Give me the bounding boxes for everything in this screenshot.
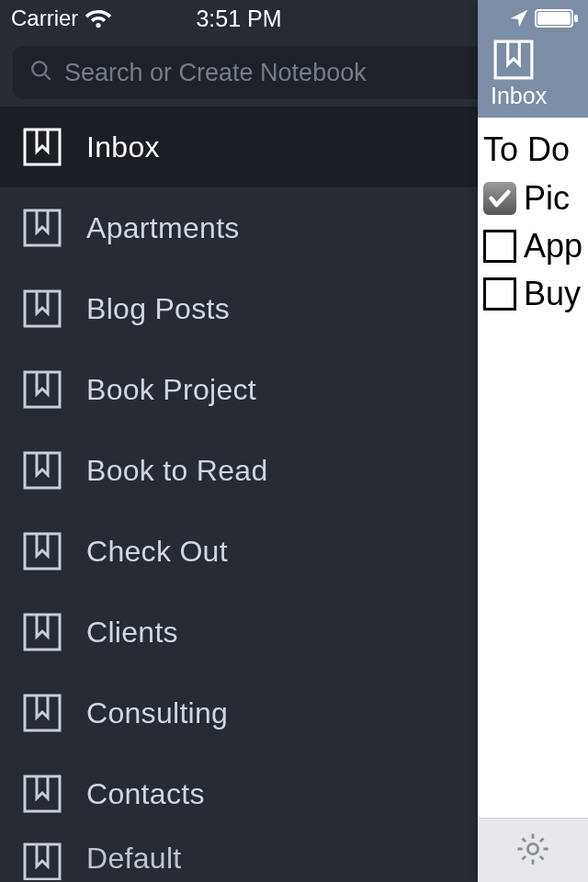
checkbox-checked-icon[interactable] bbox=[483, 182, 516, 215]
todo-item[interactable]: Pic bbox=[483, 175, 588, 222]
todo-item[interactable]: Buy bbox=[483, 270, 588, 318]
todo-text: App bbox=[524, 227, 582, 266]
notebook-icon bbox=[22, 127, 62, 167]
svg-rect-13 bbox=[537, 12, 571, 25]
search-icon bbox=[29, 59, 53, 86]
notebook-icon bbox=[22, 208, 62, 248]
battery-icon bbox=[535, 9, 579, 28]
checkbox-unchecked-icon[interactable] bbox=[483, 230, 516, 263]
notebook-icon bbox=[22, 531, 62, 571]
status-time: 3:51 PM bbox=[0, 6, 478, 32]
todo-item[interactable]: App bbox=[483, 222, 588, 270]
notebook-icon bbox=[22, 774, 62, 814]
todo-text: Buy bbox=[524, 275, 581, 313]
status-right bbox=[478, 0, 588, 37]
notebook-icon bbox=[22, 450, 62, 491]
notebook-icon bbox=[22, 693, 62, 733]
peek-note-preview[interactable]: To Do Pic App Buy bbox=[478, 118, 588, 818]
todo-text: Pic bbox=[524, 179, 570, 218]
svg-rect-14 bbox=[574, 15, 578, 22]
notebook-label: Inbox bbox=[86, 130, 511, 164]
notebook-icon bbox=[22, 288, 62, 329]
notebook-icon bbox=[22, 369, 62, 410]
svg-point-16 bbox=[527, 843, 537, 854]
svg-line-1 bbox=[45, 74, 51, 80]
notebook-icon bbox=[22, 842, 62, 880]
peek-panel[interactable]: Inbox To Do Pic App Buy bbox=[478, 0, 588, 882]
svg-point-0 bbox=[32, 62, 46, 75]
note-title: To Do bbox=[483, 130, 588, 169]
location-arrow-icon bbox=[509, 8, 529, 28]
peek-notebook-title: Inbox bbox=[487, 83, 588, 109]
checkbox-unchecked-icon[interactable] bbox=[483, 277, 516, 311]
notebook-icon bbox=[492, 39, 535, 81]
peek-footer bbox=[478, 818, 588, 882]
gear-icon[interactable] bbox=[514, 830, 552, 872]
notebook-icon bbox=[22, 612, 62, 652]
